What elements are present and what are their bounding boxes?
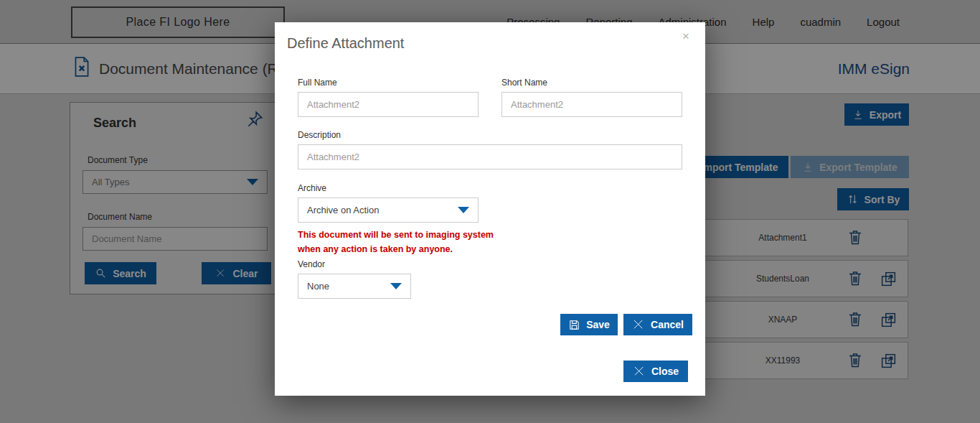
short-name-input[interactable] [501,92,682,117]
define-attachment-modal: Define Attachment × Full Name Short Name… [275,22,705,396]
save-button-label: Save [586,319,610,330]
short-name-label: Short Name [501,78,547,88]
full-name-input[interactable] [298,92,479,117]
archive-value: Archive on Action [307,205,379,215]
chevron-down-icon [390,283,402,289]
app-window: Place FI Logo Here ProcessingReportingAd… [0,0,980,423]
x-icon [632,318,645,331]
archive-warning-line2: when any action is taken by anyone. [298,242,494,256]
full-name-label: Full Name [298,78,337,88]
cancel-button[interactable]: Cancel [623,314,692,335]
save-button[interactable]: Save [560,314,618,335]
archive-warning-text: This document will be sent to imaging sy… [298,228,494,256]
vendor-value: None [307,281,329,292]
cancel-button-label: Cancel [651,319,684,330]
chevron-down-icon [458,207,469,213]
description-label: Description [298,130,341,140]
archive-label: Archive [298,183,326,193]
vendor-label: Vendor [298,259,325,269]
archive-select[interactable]: Archive on Action [298,197,479,223]
x-icon [633,365,646,378]
modal-title: Define Attachment [287,35,404,52]
modal-close-icon[interactable]: × [678,29,694,43]
vendor-select[interactable]: None [298,274,411,299]
floppy-disk-icon [568,319,580,331]
close-button[interactable]: Close [623,361,688,382]
archive-warning-line1: This document will be sent to imaging sy… [298,228,494,242]
close-button-label: Close [651,366,679,377]
description-input[interactable] [298,144,682,169]
